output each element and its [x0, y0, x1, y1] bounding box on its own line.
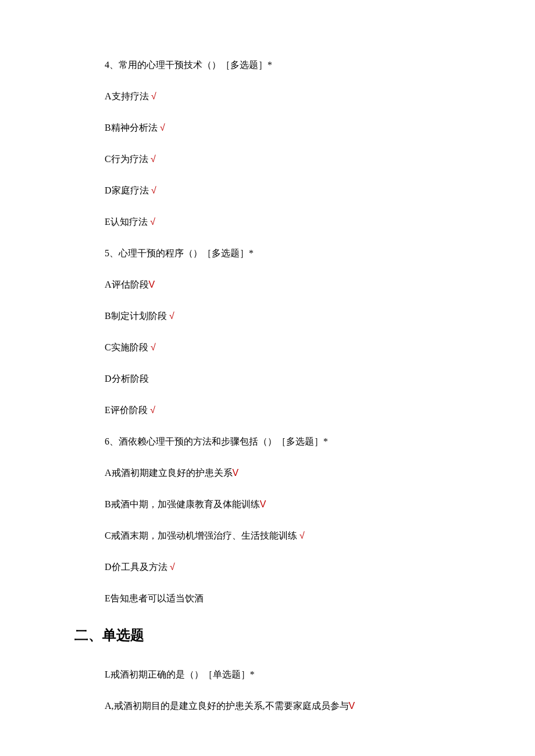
question-6-option-b: B戒酒中期，加强健康教育及体能训练V — [105, 497, 477, 511]
option-text: D家庭疗法 — [105, 185, 149, 195]
question-5-option-b: B制定计划阶段 √ — [105, 309, 477, 323]
option-text: A支持疗法 — [105, 91, 149, 101]
check-icon: V — [149, 280, 155, 289]
section-2-header: 二、单选题 — [0, 626, 535, 644]
option-text: E评价阶段 — [105, 405, 148, 415]
option-text: C实施阶段 — [105, 342, 148, 352]
option-text: E认知疗法 — [105, 217, 148, 227]
option-text: B制定计划阶段 — [105, 311, 167, 321]
option-text: C行为疗法 — [105, 154, 148, 164]
question-5-option-d: D分析阶段 — [105, 372, 477, 386]
check-icon: V — [349, 701, 355, 711]
check-icon: √ — [297, 531, 305, 540]
option-text: A,戒酒初期目的是建立良好的护患关系,不需要家庭成员参与 — [105, 701, 349, 711]
question-4-option-a: A支持疗法 √ — [105, 89, 477, 103]
question-4-option-c: C行为疗法 √ — [105, 152, 477, 166]
option-text: D价工具及方法 — [105, 562, 167, 572]
check-icon: √ — [158, 123, 165, 132]
question-6-option-d: D价工具及方法 √ — [105, 560, 477, 574]
check-icon: √ — [148, 405, 155, 415]
question-6-option-a: A戒酒初期建立良好的护患关系V — [105, 466, 477, 480]
question-5-option-c: C实施阶段 √ — [105, 341, 477, 354]
check-icon: V — [233, 468, 239, 478]
question-4-option-e: E认知疗法 √ — [105, 215, 477, 229]
check-icon: √ — [148, 154, 156, 164]
check-icon: √ — [167, 562, 175, 572]
section-2-content: L戒酒初期正确的是（）［单选题］* A,戒酒初期目的是建立良好的护患关系,不需要… — [0, 668, 535, 713]
option-text: A评估阶段 — [105, 280, 149, 289]
question-5-option-a: A评估阶段V — [105, 278, 477, 292]
section2-q1-option-a: A,戒酒初期目的是建立良好的护患关系,不需要家庭成员参与V — [105, 699, 477, 713]
section2-q1-text: L戒酒初期正确的是（）［单选题］* — [105, 668, 477, 682]
question-6-text: 6、酒依赖心理干预的方法和步骤包括（）［多选题］* — [105, 435, 477, 449]
option-text: C戒酒末期，加强动机增强治疗、生活技能训练 — [105, 531, 297, 540]
question-6-option-e: E告知患者可以适当饮酒 — [105, 592, 477, 605]
check-icon: √ — [167, 311, 174, 321]
option-text: D分析阶段 — [105, 374, 149, 384]
question-5-option-e: E评价阶段 √ — [105, 403, 477, 417]
question-4-text: 4、常用的心理干预技术（）［多选题］* — [105, 58, 477, 72]
check-icon: √ — [148, 342, 156, 352]
check-icon: √ — [149, 91, 156, 101]
check-icon: V — [260, 499, 266, 509]
check-icon: √ — [149, 185, 156, 195]
option-text: B精神分析法 — [105, 123, 158, 132]
question-4-option-d: D家庭疗法 √ — [105, 184, 477, 198]
check-icon: √ — [148, 217, 155, 227]
document-content: 4、常用的心理干预技术（）［多选题］* A支持疗法 √ B精神分析法 √ C行为… — [0, 58, 535, 605]
question-6-option-c: C戒酒末期，加强动机增强治疗、生活技能训练 √ — [105, 529, 477, 543]
question-4-option-b: B精神分析法 √ — [105, 121, 477, 135]
option-text: B戒酒中期，加强健康教育及体能训练 — [105, 499, 260, 509]
question-5-text: 5、心理干预的程序（）［多选题］* — [105, 246, 477, 260]
option-text: E告知患者可以适当饮酒 — [105, 593, 204, 603]
option-text: A戒酒初期建立良好的护患关系 — [105, 468, 233, 478]
